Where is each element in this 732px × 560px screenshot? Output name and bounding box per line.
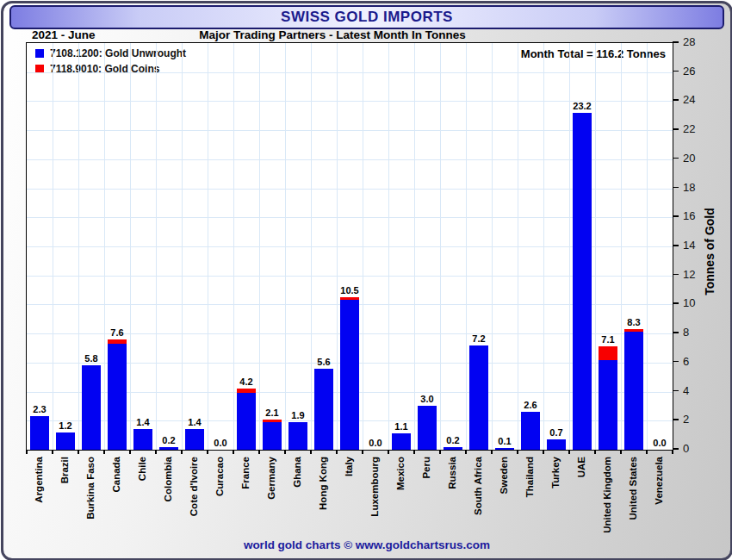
y-axis-tick (673, 390, 679, 392)
bar-segment-unwrought (418, 406, 437, 450)
bar-value-label: 0.7 (539, 427, 574, 438)
bar-value-label: 2.3 (22, 404, 57, 414)
bar-segment-coins (237, 389, 256, 393)
x-axis-category-label: Sweden (499, 457, 509, 494)
legend-label: 7108.1200: Gold Unwrought (50, 47, 186, 59)
bar-segment-unwrought (133, 429, 152, 450)
x-axis-tick (103, 450, 105, 454)
y-axis-tick (673, 128, 679, 130)
gridline-vertical (647, 43, 648, 450)
x-axis-category-label: UAE (576, 457, 586, 477)
x-axis-category-label: Peru (421, 457, 431, 479)
x-axis-category-label: Hong Kong (318, 457, 328, 510)
bar-value-label: 0.0 (203, 438, 238, 448)
x-axis-category-label: United States (628, 457, 638, 520)
bar-segment-coins (108, 339, 127, 344)
bar-value-label: 0.2 (152, 435, 186, 445)
x-axis-category-label: Italy (344, 457, 354, 476)
x-axis-tick (413, 450, 415, 454)
y-axis-tick (673, 41, 679, 43)
plot-area: 7108.1200: Gold Unwrought7118.9010: Gold… (26, 42, 673, 451)
y-axis-tick-label: 22 (683, 122, 709, 135)
x-axis-tick (284, 450, 286, 454)
bar-segment-unwrought (340, 300, 359, 450)
x-axis-tick (672, 450, 673, 454)
bar-segment-coins (263, 420, 282, 422)
bar-segment-unwrought (82, 365, 101, 450)
bar-segment-coins (599, 346, 617, 359)
legend-item: 7118.9010: Gold Coins (35, 63, 186, 75)
bar-segment-unwrought (30, 416, 49, 450)
legend-item: 7108.1200: Gold Unwrought (35, 47, 186, 59)
bar-segment-unwrought (599, 360, 617, 451)
x-axis-category-label: United Kingdom (602, 457, 612, 533)
bar-segment-unwrought (185, 429, 204, 450)
bar-value-label: 0.0 (642, 438, 677, 448)
y-axis-tick (673, 187, 679, 189)
x-axis-tick (129, 450, 131, 454)
y-axis-tick (673, 332, 679, 333)
gridline-vertical (337, 43, 338, 450)
bar-segment-unwrought (314, 369, 333, 450)
x-axis-tick (233, 450, 234, 454)
y-axis-tick-label: 6 (683, 355, 709, 368)
y-axis-tick (673, 215, 679, 217)
y-axis-tick-label: 2 (683, 413, 709, 426)
chart-subtitle: Major Trading Partners - Latest Month In… (3, 28, 661, 41)
x-axis-tick (543, 450, 544, 454)
bar-value-label: 0.1 (487, 436, 522, 446)
x-axis-category-label: Turkey (550, 457, 561, 488)
x-axis-category-label: South Africa (473, 457, 483, 515)
bar-segment-unwrought (108, 344, 127, 450)
gridline-vertical (414, 43, 415, 450)
x-axis-category-label: Argentina (34, 457, 44, 503)
y-axis-tick (673, 419, 679, 420)
x-axis-tick (517, 450, 518, 454)
x-axis-category-label: Burkina Faso (85, 457, 96, 520)
bar-value-label: 5.6 (307, 357, 341, 367)
bar-segment-unwrought (56, 432, 75, 450)
legend: 7108.1200: Gold Unwrought7118.9010: Gold… (35, 47, 186, 78)
bar-value-label: 1.4 (126, 417, 160, 427)
y-axis-tick-label: 0 (683, 442, 709, 455)
y-axis-tick-label: 24 (683, 93, 709, 106)
x-axis-category-label: Ghana (292, 457, 302, 488)
y-axis-tick (673, 448, 679, 450)
bar-segment-unwrought (159, 447, 178, 450)
bar-segment-unwrought (469, 345, 488, 450)
gridline-vertical (130, 43, 131, 450)
bar-value-label: 3.0 (410, 394, 444, 404)
gridline-vertical (311, 43, 312, 450)
y-axis-tick-label: 18 (683, 181, 709, 194)
gridline-vertical (156, 43, 157, 450)
bar-value-label: 4.2 (229, 376, 264, 387)
bar-segment-unwrought (573, 113, 592, 450)
y-axis-tick (673, 71, 679, 72)
x-axis-category-label: Colombia (163, 457, 173, 501)
gridline-vertical (259, 43, 260, 450)
gridline-vertical (78, 43, 79, 450)
bar-value-label: 0.2 (436, 435, 470, 445)
x-axis-tick (26, 450, 28, 454)
legend-swatch-icon (35, 49, 44, 58)
x-axis-category-label: Germany (266, 457, 276, 500)
y-axis-tick (673, 274, 679, 276)
x-axis-tick (491, 450, 493, 454)
bar-value-label: 10.5 (332, 285, 367, 296)
bar-segment-unwrought (288, 422, 307, 450)
bar-value-label: 7.6 (100, 327, 134, 338)
gridline-vertical (53, 43, 53, 450)
x-axis-category-label: Mexico (395, 457, 406, 490)
y-axis-tick-label: 28 (683, 35, 709, 48)
bar-segment-unwrought (495, 448, 514, 450)
y-axis-tick (673, 302, 679, 304)
gridline-vertical (104, 43, 105, 450)
y-axis-tick (673, 99, 679, 101)
x-axis-tick (155, 450, 157, 454)
bar-value-label: 8.3 (617, 317, 651, 327)
bar-segment-unwrought (392, 433, 411, 450)
x-axis-category-label: Chile (137, 457, 147, 481)
x-axis-tick (620, 450, 622, 454)
y-axis-tick-label: 20 (683, 152, 709, 165)
bar-segment-unwrought (263, 422, 282, 450)
